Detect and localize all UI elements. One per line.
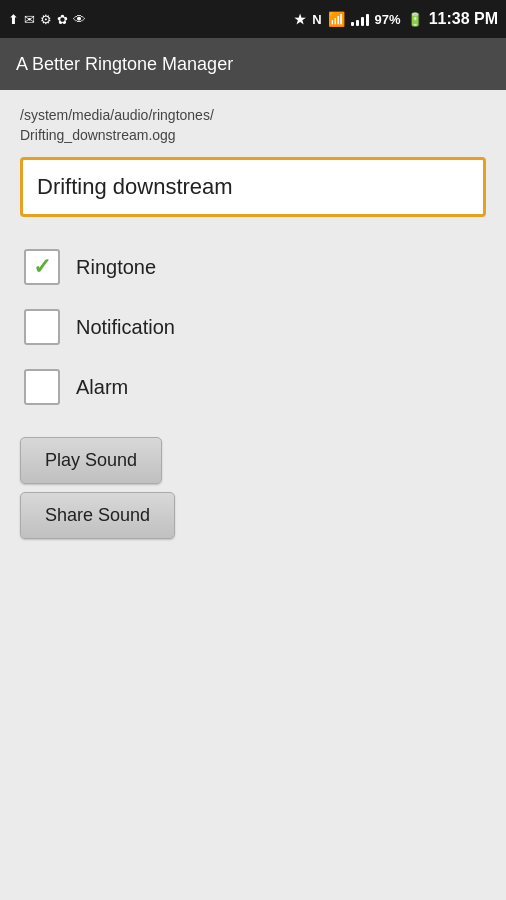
wifi-icon: 📶 — [328, 11, 345, 27]
app-bar: A Better Ringtone Manager — [0, 38, 506, 90]
battery-icon: 🔋 — [407, 12, 423, 27]
button-group: Play Sound Share Sound — [20, 437, 486, 539]
nfc-icon: N — [312, 12, 321, 27]
checkbox-notification[interactable] — [24, 309, 60, 345]
share-sound-button[interactable]: Share Sound — [20, 492, 175, 539]
status-icons-right: ★ N 📶 97% 🔋 11:38 PM — [294, 10, 498, 28]
signal-icon — [351, 12, 369, 26]
status-time: 11:38 PM — [429, 10, 498, 28]
flower-icon: ✿ — [57, 12, 68, 27]
ringtone-name-input[interactable] — [20, 157, 486, 217]
checkbox-notification-item: Notification — [20, 297, 486, 357]
checkbox-alarm-item: Alarm — [20, 357, 486, 417]
battery-percent: 97% — [375, 12, 401, 27]
usb-icon: ⚙ — [40, 12, 52, 27]
status-icons-left: ⬆ ✉ ⚙ ✿ 👁 — [8, 12, 86, 27]
bluetooth-icon: ★ — [294, 12, 306, 27]
play-sound-button[interactable]: Play Sound — [20, 437, 162, 484]
checkbox-alarm-label: Alarm — [76, 376, 128, 399]
name-input-container — [20, 157, 486, 217]
checkbox-ringtone[interactable]: ✓ — [24, 249, 60, 285]
checkbox-alarm[interactable] — [24, 369, 60, 405]
message-icon: ✉ — [24, 12, 35, 27]
upload-icon: ⬆ — [8, 12, 19, 27]
app-title: A Better Ringtone Manager — [16, 54, 233, 75]
checkbox-ringtone-item: ✓ Ringtone — [20, 237, 486, 297]
checkbox-group: ✓ Ringtone Notification Alarm — [20, 237, 486, 417]
status-bar: ⬆ ✉ ⚙ ✿ 👁 ★ N 📶 97% 🔋 11:38 PM — [0, 0, 506, 38]
checkbox-notification-label: Notification — [76, 316, 175, 339]
file-path: /system/media/audio/ringtones/Drifting_d… — [20, 106, 486, 145]
main-content: /system/media/audio/ringtones/Drifting_d… — [0, 90, 506, 900]
checkbox-ringtone-label: Ringtone — [76, 256, 156, 279]
checkmark-ringtone: ✓ — [33, 256, 51, 278]
eye-icon: 👁 — [73, 12, 86, 27]
